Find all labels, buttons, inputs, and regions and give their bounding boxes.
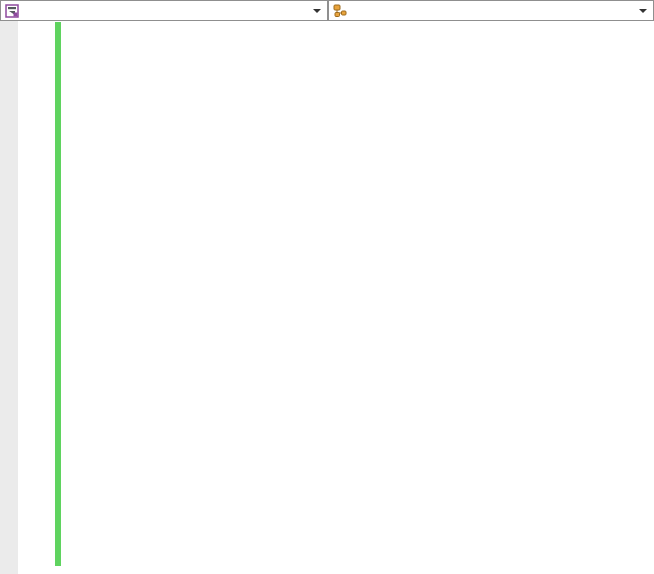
- track-changes-bar: [55, 22, 61, 566]
- navigation-bar: [0, 0, 654, 21]
- code-editor[interactable]: [0, 21, 654, 574]
- scope-dropdown[interactable]: [328, 0, 654, 21]
- dropdown-arrow-icon[interactable]: [313, 9, 321, 13]
- class-icon: [333, 4, 347, 18]
- cpp-project-icon: [5, 4, 19, 18]
- dropdown-arrow-icon[interactable]: [639, 9, 647, 13]
- project-dropdown[interactable]: [0, 0, 328, 21]
- breakpoint-margin[interactable]: [0, 21, 18, 574]
